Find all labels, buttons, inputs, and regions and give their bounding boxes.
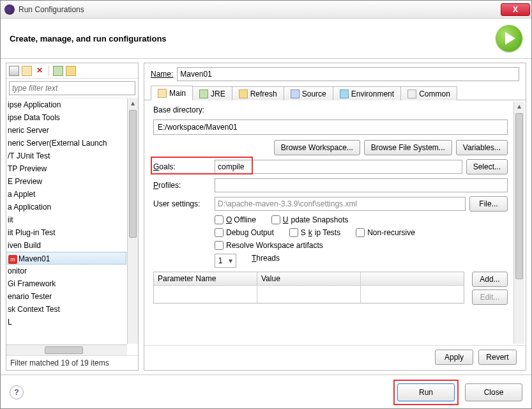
goals-label: Goals:	[153, 162, 211, 171]
offline-checkbox[interactable]: OOffline	[215, 215, 256, 224]
collapse-all-icon[interactable]	[66, 66, 76, 76]
header-title: Create, manage, and run configurations	[10, 34, 496, 43]
name-input[interactable]	[177, 67, 519, 81]
tree-item[interactable]: iven Build	[6, 239, 126, 252]
tree-item[interactable]: /T JUnit Test	[6, 150, 126, 162]
tree-item[interactable]: onitor	[6, 265, 126, 277]
duplicate-config-icon[interactable]	[22, 66, 32, 76]
browse-filesystem-button[interactable]: Browse File System...	[364, 140, 452, 155]
refresh-tab-icon	[239, 89, 248, 98]
filter-input[interactable]	[9, 81, 135, 95]
jre-tab-icon	[199, 89, 208, 98]
run-highlight: Run	[393, 380, 459, 405]
eclipse-icon	[4, 4, 15, 15]
tree-item[interactable]: sk Context Test	[6, 303, 126, 316]
environment-tab-icon	[340, 89, 349, 98]
goals-input[interactable]	[215, 160, 462, 174]
tab-main[interactable]: Main	[151, 86, 193, 100]
name-label: Name:	[151, 70, 173, 79]
tree-item[interactable]: neric Server	[6, 124, 126, 137]
tree-item[interactable]: Gi Framework	[6, 277, 126, 290]
dialog-footer: ? Run Close	[1, 374, 531, 409]
resolve-ws-label: Resolve Workspace artifacts	[226, 241, 323, 250]
maven-icon: m	[8, 255, 17, 264]
skip-tests-checkbox[interactable]: Skip Tests	[289, 228, 340, 237]
configurations-panel: ✕ ipse Applicationipse Data Toolsneric S…	[6, 63, 139, 371]
tab-bar: MainJRERefreshSourceEnvironmentCommon	[144, 84, 526, 100]
dialog-header: Create, manage, and run configurations	[1, 19, 531, 59]
revert-button[interactable]: Revert	[478, 350, 517, 365]
profiles-label: Profiles:	[153, 181, 211, 190]
tree-item[interactable]: a Application	[6, 201, 126, 213]
resolve-workspace-checkbox[interactable]: Resolve Workspace artifacts	[215, 241, 323, 250]
non-recursive-label: Non-recursive	[367, 228, 415, 237]
threads-spinner[interactable]: 1▾	[215, 254, 236, 268]
param-name-header: Parameter Name	[154, 272, 257, 286]
variables-button[interactable]: Variables...	[456, 140, 508, 155]
parameters-table[interactable]: Parameter Name Value	[153, 272, 464, 304]
debug-output-checkbox[interactable]: Debug Output	[215, 228, 274, 237]
offline-label: Offline	[234, 215, 255, 224]
tree-item[interactable]: TP Preview	[6, 162, 126, 175]
tree-item[interactable]: iit	[6, 213, 126, 226]
edit-param-button: Edit...	[472, 289, 508, 305]
debug-output-label: Debug Output	[226, 228, 274, 237]
select-goals-button[interactable]: Select...	[466, 159, 508, 174]
tree-item[interactable]: neric Server(External Launch	[6, 137, 126, 150]
main-tab-icon	[158, 89, 167, 98]
common-tab-icon	[407, 89, 416, 98]
tree-item[interactable]: ipse Application	[6, 98, 126, 111]
tree-item[interactable]: E Preview	[6, 175, 126, 188]
tree-vscrollbar[interactable]: ▴	[127, 98, 138, 344]
toolbar-separator	[49, 66, 49, 76]
base-dir-label: Base directory:	[153, 105, 508, 114]
tab-jre[interactable]: JRE	[192, 86, 232, 100]
expand-all-icon[interactable]	[53, 66, 63, 76]
source-tab-icon	[291, 89, 300, 98]
config-editor: Name: MainJRERefreshSourceEnvironmentCom…	[144, 63, 526, 371]
tree-item[interactable]: iit Plug-in Test	[6, 226, 126, 239]
tab-environment[interactable]: Environment	[333, 86, 401, 100]
non-recursive-checkbox[interactable]: Non-recursive	[356, 228, 415, 237]
tab-refresh[interactable]: Refresh	[232, 86, 284, 100]
threads-value: 1	[215, 256, 225, 265]
user-settings-input[interactable]	[215, 197, 466, 211]
add-param-button[interactable]: Add...	[472, 272, 508, 287]
left-toolbar: ✕	[6, 63, 138, 79]
tree-hscrollbar[interactable]	[6, 344, 127, 355]
window-close-button[interactable]: X	[501, 3, 530, 16]
param-value-header: Value	[257, 272, 360, 286]
config-tree[interactable]: ipse Applicationipse Data Toolsneric Ser…	[6, 98, 138, 355]
filter-status: Filter matched 19 of 19 items	[6, 355, 138, 370]
window-title: Run Configurations	[19, 5, 501, 14]
form-vscrollbar[interactable]: ▴	[513, 102, 524, 344]
profiles-input[interactable]	[215, 178, 508, 192]
tree-item[interactable]: enario Tester	[6, 290, 126, 303]
scroll-up-icon[interactable]: ▴	[128, 98, 138, 109]
scroll-thumb[interactable]	[129, 110, 137, 238]
tree-item[interactable]: mMaven01	[6, 252, 126, 265]
browse-workspace-button[interactable]: Browse Workspace...	[274, 140, 360, 155]
tree-item[interactable]: ipse Data Tools	[6, 111, 126, 124]
apply-button[interactable]: Apply	[435, 350, 473, 365]
tab-common[interactable]: Common	[400, 86, 457, 100]
hscroll-thumb[interactable]	[45, 346, 83, 354]
run-button[interactable]: Run	[397, 383, 455, 401]
delete-config-icon[interactable]: ✕	[34, 66, 45, 76]
titlebar: Run Configurations X	[1, 1, 531, 19]
tree-item[interactable]: a Applet	[6, 188, 126, 201]
base-dir-value[interactable]: E:/workspace/Maven01	[153, 120, 508, 135]
tree-item[interactable]: L	[6, 316, 126, 328]
update-snapshots-checkbox[interactable]: Update Snapshots	[271, 215, 349, 224]
threads-label: Threads	[252, 254, 280, 268]
file-button[interactable]: File...	[469, 196, 508, 212]
help-button[interactable]: ?	[10, 385, 24, 399]
user-settings-label: User settings:	[153, 199, 211, 208]
close-button[interactable]: Close	[465, 383, 522, 401]
new-config-icon[interactable]	[9, 66, 19, 76]
tab-source[interactable]: Source	[284, 86, 333, 100]
main-tab-panel: Base directory: E:/workspace/Maven01 Bro…	[144, 100, 526, 345]
run-icon	[496, 25, 522, 52]
